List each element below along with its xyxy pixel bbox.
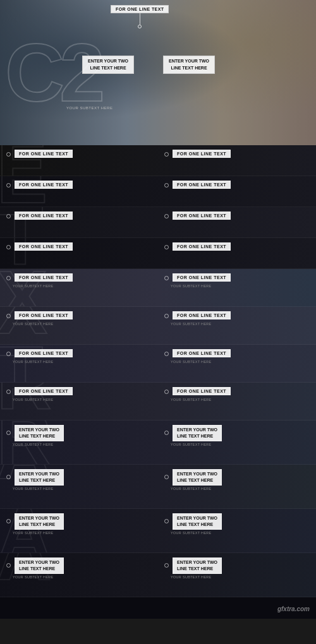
anno-title-6-right: FOR ONE LINE TEXT	[173, 311, 231, 319]
seg-cell-10-left: ENTER YOUR TWO LINE TEXT HERE YOUR SUBTE…	[0, 465, 158, 508]
seg-cell-8-left: FOR ONE LINE TEXT YOUR SUBTEXT HERE	[0, 383, 158, 420]
seg-cell-7-right: FOR ONE LINE TEXT YOUR SUBTEXT HERE	[158, 345, 316, 382]
hero-left-annotation: ENTER YOUR TWO LINE TEXT HERE	[82, 56, 134, 74]
dot-4-right	[164, 245, 169, 249]
anno-sub-11-right: YOUR SUBTEXT HERE	[164, 531, 310, 535]
anno-title-12-right: ENTER YOUR TWO LINE TEXT HERE	[173, 558, 222, 574]
indicator-1-right: FOR ONE LINE TEXT	[164, 150, 310, 159]
indicator-8-left: FOR ONE LINE TEXT	[6, 387, 152, 397]
dot-9-right	[164, 431, 169, 435]
dot-8-right	[164, 390, 169, 394]
anno-title-10-left: ENTER YOUR TWO LINE TEXT HERE	[15, 469, 64, 486]
anno-sub-6-right: YOUR SUBTEXT HERE	[164, 322, 310, 326]
dot-6-right	[164, 314, 169, 318]
watermark-text: gfxtra.com	[277, 605, 310, 612]
seg-cell-2-right: FOR ONE LINE TEXT	[158, 176, 316, 206]
anno-title-7-left: FOR ONE LINE TEXT	[15, 349, 73, 357]
dot-6-left	[6, 314, 11, 318]
dot-7-right	[164, 352, 169, 356]
indicator-6-left: FOR ONE LINE TEXT	[6, 311, 152, 321]
anno-title-2-left: FOR ONE LINE TEXT	[15, 181, 73, 189]
hero-sub-text: YOUR SUBTEXT HERE	[66, 106, 112, 110]
grid-container: E FOR ONE LINE TEXT FOR ONE LINE TEXT E …	[0, 145, 316, 619]
anno-title-4-left: FOR ONE LINE TEXT	[15, 242, 73, 251]
seg-cell-11-right: ENTER YOUR TWO LINE TEXT HERE YOUR SUBTE…	[158, 509, 316, 552]
hero-right-anno-box: ENTER YOUR TWO LINE TEXT HERE	[163, 56, 215, 74]
anno-sub-8-right: YOUR SUBTEXT HERE	[164, 398, 310, 402]
anno-title-5-left: FOR ONE LINE TEXT	[15, 273, 73, 282]
seg-cell-5-right: FOR ONE LINE TEXT YOUR SUBTEXT HERE	[158, 269, 316, 306]
indicator-4-right: FOR ONE LINE TEXT	[164, 242, 310, 252]
anno-sub-5-right: YOUR SUBTEXT HERE	[164, 284, 310, 288]
indicator-11-right: ENTER YOUR TWO LINE TEXT HERE	[164, 513, 310, 530]
dot-2-right	[164, 183, 169, 188]
anno-sub-8-left: YOUR SUBTEXT HERE	[6, 398, 152, 402]
dot-11-left	[6, 519, 11, 523]
indicator-7-right: FOR ONE LINE TEXT	[164, 349, 310, 359]
seg-cell-4-left: FOR ONE LINE TEXT	[0, 238, 158, 268]
seg-cell-7-left: FOR ONE LINE TEXT YOUR SUBTEXT HERE	[0, 345, 158, 382]
indicator-3-left: FOR ONE LINE TEXT	[6, 212, 152, 221]
dot-7-left	[6, 352, 11, 356]
indicator-3-right: FOR ONE LINE TEXT	[164, 212, 310, 221]
dot-12-left	[6, 563, 11, 568]
seg-cell-12-right: ENTER YOUR TWO LINE TEXT HERE YOUR SUBTE…	[158, 553, 316, 597]
seg-cell-1-left: FOR ONE LINE TEXT	[0, 145, 158, 176]
anno-sub-11-left: YOUR SUBTEXT HERE	[6, 531, 152, 535]
anno-row-5: X FOR ONE LINE TEXT YOUR SUBTEXT HERE FO…	[0, 269, 316, 307]
anno-title-11-left: ENTER YOUR TWO LINE TEXT HERE	[15, 513, 64, 530]
seg-cell-3-right: FOR ONE LINE TEXT	[158, 207, 316, 237]
anno-sub-5-left: YOUR SUBTEXT HERE	[6, 284, 152, 288]
dot-12-right	[164, 563, 169, 568]
anno-title-4-right: FOR ONE LINE TEXT	[173, 242, 231, 251]
anno-row-12: A ENTER YOUR TWO LINE TEXT HERE YOUR SUB…	[0, 553, 316, 597]
dot-2-left	[6, 183, 11, 188]
indicator-2-left: FOR ONE LINE TEXT	[6, 181, 152, 190]
anno-title-5-right: FOR ONE LINE TEXT	[173, 273, 231, 282]
hero-right-annotation: ENTER YOUR TWO LINE TEXT HERE	[163, 56, 215, 74]
dot-11-right	[164, 519, 169, 523]
dot-10-left	[6, 475, 11, 479]
anno-sub-6-left: YOUR SUBTEXT HERE	[6, 322, 152, 326]
seg-cell-11-left: ENTER YOUR TWO LINE TEXT HERE YOUR SUBTE…	[0, 509, 158, 552]
dot-10-right	[164, 475, 169, 479]
anno-row-7: T FOR ONE LINE TEXT YOUR SUBTEXT HERE FO…	[0, 345, 316, 383]
anno-row-8: R FOR ONE LINE TEXT YOUR SUBTEXT HERE FO…	[0, 383, 316, 420]
seg-cell-6-right: FOR ONE LINE TEXT YOUR SUBTEXT HERE	[158, 307, 316, 344]
seg-cell-10-right: ENTER YOUR TWO LINE TEXT HERE YOUR SUBTE…	[158, 465, 316, 508]
anno-title-9-left: ENTER YOUR TWO LINE TEXT HERE	[15, 425, 64, 441]
anno-title-1-right: FOR ONE LINE TEXT	[173, 150, 231, 158]
anno-title-7-right: FOR ONE LINE TEXT	[173, 349, 231, 357]
indicator-12-right: ENTER YOUR TWO LINE TEXT HERE	[164, 558, 310, 574]
anno-title-9-right: ENTER YOUR TWO LINE TEXT HERE	[173, 425, 222, 441]
hero-top-anno-box: FOR ONE LINE TEXT	[111, 5, 169, 13]
indicator-4-left: FOR ONE LINE TEXT	[6, 242, 152, 252]
watermark-section: gfxtra.com	[0, 597, 316, 619]
indicator-9-right: ENTER YOUR TWO LINE TEXT HERE	[164, 425, 310, 441]
hero-anno-line	[140, 13, 140, 25]
hero-anno-dot	[138, 25, 142, 28]
seg-cell-6-left: FOR ONE LINE TEXT YOUR SUBTEXT HERE	[0, 307, 158, 344]
indicator-12-left: ENTER YOUR TWO LINE TEXT HERE	[6, 558, 152, 574]
dot-1-left	[6, 152, 11, 157]
anno-title-1-left: FOR ONE LINE TEXT	[15, 150, 73, 158]
anno-row-9: R ENTER YOUR TWO LINE TEXT HERE YOUR SUB…	[0, 420, 316, 465]
indicator-2-right: FOR ONE LINE TEXT	[164, 181, 310, 190]
anno-row-6: X FOR ONE LINE TEXT YOUR SUBTEXT HERE FO…	[0, 307, 316, 345]
seg-cell-12-left: ENTER YOUR TWO LINE TEXT HERE YOUR SUBTE…	[0, 553, 158, 597]
anno-sub-9-right: YOUR SUBTEXT HERE	[164, 443, 310, 446]
hero-section: C2 FOR ONE LINE TEXT ENTER YOUR TWO LINE…	[0, 0, 316, 145]
indicator-1-left: FOR ONE LINE TEXT	[6, 150, 152, 159]
anno-row-1: E FOR ONE LINE TEXT FOR ONE LINE TEXT	[0, 145, 316, 176]
anno-row-4: T FOR ONE LINE TEXT FOR ONE LINE TEXT	[0, 238, 316, 269]
indicator-9-left: ENTER YOUR TWO LINE TEXT HERE	[6, 425, 152, 441]
seg-cell-2-left: FOR ONE LINE TEXT	[0, 176, 158, 206]
dot-3-right	[164, 214, 169, 218]
dot-9-left	[6, 431, 11, 435]
indicator-10-right: ENTER YOUR TWO LINE TEXT HERE	[164, 469, 310, 486]
dot-4-left	[6, 245, 11, 249]
anno-sub-12-right: YOUR SUBTEXT HERE	[164, 575, 310, 579]
indicator-8-right: FOR ONE LINE TEXT	[164, 387, 310, 397]
indicator-5-right: FOR ONE LINE TEXT	[164, 273, 310, 283]
anno-sub-7-left: YOUR SUBTEXT HERE	[6, 360, 152, 364]
